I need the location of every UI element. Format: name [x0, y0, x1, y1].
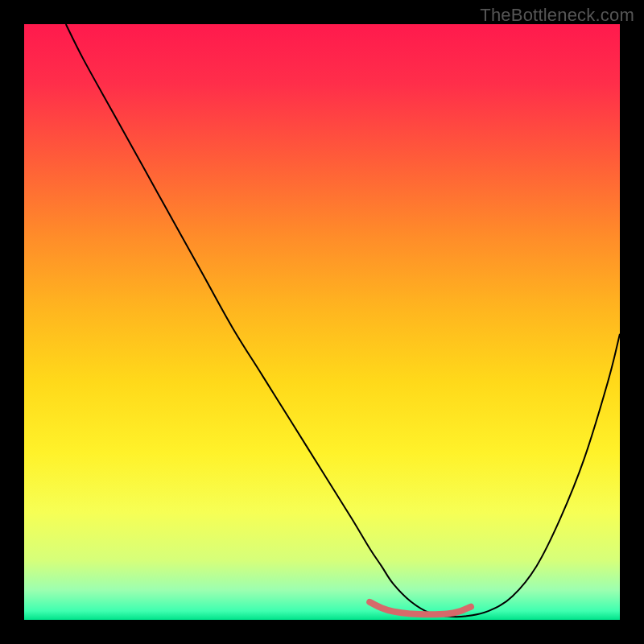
plot-area — [24, 24, 620, 620]
chart-frame: TheBottleneck.com — [0, 0, 644, 644]
curve-layer — [24, 24, 620, 620]
bottleneck-curve — [66, 24, 620, 617]
watermark-text: TheBottleneck.com — [480, 5, 634, 26]
